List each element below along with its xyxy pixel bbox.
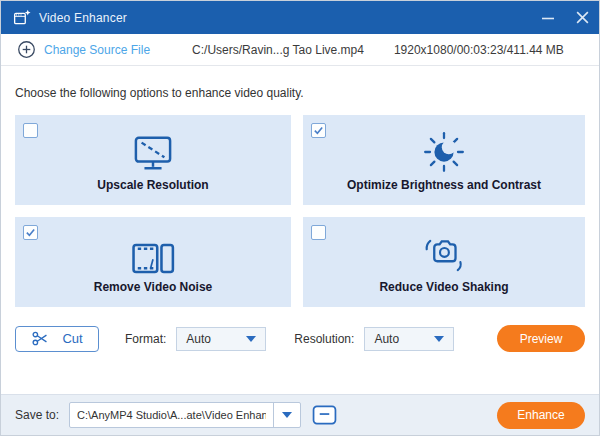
camera-shake-icon [420,231,468,275]
titlebar: Video Enhancer [1,1,599,34]
reduce-shaking-checkbox[interactable] [311,225,326,240]
format-label: Format: [125,332,166,346]
save-path-dropdown-arrow[interactable] [273,403,300,427]
save-to-label: Save to: [15,408,59,422]
chevron-down-icon [434,336,444,342]
minimize-icon[interactable] [531,1,565,34]
option-label: Upscale Resolution [97,178,208,192]
browse-folder-button[interactable] [312,405,337,425]
window-title: Video Enhancer [39,11,127,25]
change-source-file-label: Change Source File [44,43,150,57]
option-card-upscale-resolution[interactable]: Upscale Resolution [15,115,291,205]
plus-circle-icon [17,40,36,59]
save-path-input[interactable] [70,409,273,421]
app-icon [13,9,31,26]
instruction-text: Choose the following options to enhance … [15,86,585,100]
option-label: Remove Video Noise [94,280,213,294]
optimize-brightness-checkbox[interactable] [311,123,326,138]
toolbar: Cut Format: Auto Resolution: Auto Previe… [1,325,599,352]
scissors-icon [31,329,50,348]
option-card-reduce-shaking[interactable]: Reduce Video Shaking [303,217,585,307]
source-file-name: C:/Users/Ravin...g Tao Live.mp4 [192,43,364,57]
upscale-resolution-checkbox[interactable] [23,123,38,138]
enhance-options-grid: Upscale Resolution [15,115,585,307]
source-file-info: 1920x1080/00:03:23/411.44 MB [394,43,564,57]
option-label: Optimize Brightness and Contrast [347,178,541,192]
brightness-sun-icon [423,129,465,173]
folder-icon [312,405,337,425]
monitor-upscale-icon [130,129,176,173]
resolution-value: Auto [374,332,399,346]
resolution-label: Resolution: [294,332,354,346]
format-value: Auto [186,332,211,346]
source-file-bar: Change Source File C:/Users/Ravin...g Ta… [1,34,599,66]
cut-button-label: Cut [62,331,82,346]
change-source-file-button[interactable]: Change Source File [17,40,150,59]
remove-noise-checkbox[interactable] [23,225,38,240]
main-panel: Choose the following options to enhance … [1,86,599,307]
preview-button[interactable]: Preview [497,325,585,352]
cut-button[interactable]: Cut [15,326,99,352]
footer-bar: Save to: Enhance [1,394,599,435]
save-path-box [69,402,301,428]
resolution-dropdown[interactable]: Auto [364,327,454,351]
option-card-remove-noise[interactable]: Remove Video Noise [15,217,291,307]
chevron-down-icon [246,336,256,342]
video-enhancer-window: Video Enhancer Change Source File C:/Use… [0,0,600,436]
chevron-down-icon [282,412,292,418]
option-label: Reduce Video Shaking [379,280,508,294]
enhance-button[interactable]: Enhance [497,402,585,429]
close-icon[interactable] [565,1,599,34]
format-dropdown[interactable]: Auto [176,327,266,351]
option-card-optimize-brightness[interactable]: Optimize Brightness and Contrast [303,115,585,205]
film-strip-icon [131,231,175,275]
